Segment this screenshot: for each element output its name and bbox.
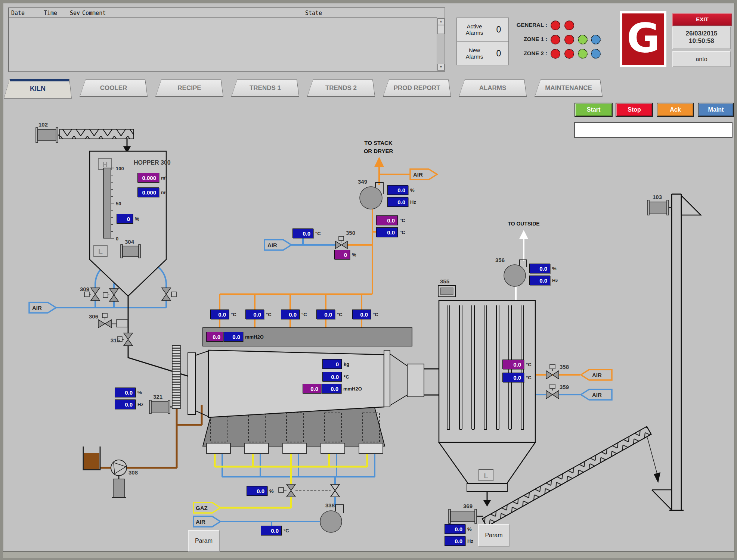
general-light-2-icon [564,21,574,30]
kiln-temp-4: 0.0 °C [316,309,343,319]
kiln-temp-3: 0.0 °C [281,309,307,319]
setpoint-display[interactable]: 0.000 [137,173,159,183]
active-alarms-value: 0 [489,25,508,35]
tab-trends-1[interactable]: TRENDS 1 [231,80,299,97]
air-text-stack: AIR [413,171,423,178]
zone1-light-4-icon [591,35,601,44]
zone1-label: ZONE 1 : [515,36,547,42]
fan-338[interactable] [320,505,344,532]
air-text-hopper: AIR [32,305,42,311]
screw-369-hz: 0.0 Hz [445,536,473,546]
zone1-light-2-icon [564,35,574,44]
fan-349[interactable] [360,183,383,209]
burner-air-temp: 0.0 °C [261,526,289,535]
general-light-1-icon [551,21,560,30]
valve-306[interactable] [98,313,128,328]
fan-349-hz: 0.0 Hz [387,197,416,207]
bucket-elevator [652,194,701,510]
vibrator-304[interactable] [121,245,140,258]
screw-conveyor-102[interactable] [36,128,134,143]
value-display: 0 [117,214,133,224]
gas-pipes [215,454,367,508]
exit-button[interactable]: EXIT [672,13,732,26]
col-time: Time [44,10,57,16]
setpoint-display[interactable]: 0.0 [206,332,223,342]
new-alarms-label: New Alarms [460,47,489,60]
air-text-358: AIR [592,372,602,378]
alarm-list-header: Date Time Sev Comment State [9,8,437,18]
baghouse-355 [438,286,535,492]
param-button-screw[interactable]: Param [478,524,510,547]
tab-cooler[interactable]: COOLER [80,80,148,97]
scroll-thumb[interactable] [437,25,445,34]
to-stack-line2: OR DRYER [364,148,393,154]
label-102: 102 [38,121,48,128]
hopper-title: HOPPER 300 [134,159,171,166]
stack-temp: 0.0 °C [376,227,405,237]
date-text: 26/03/2015 [673,30,730,37]
param-button-burner[interactable]: Param [188,530,220,552]
ack-button[interactable]: Ack [657,103,694,117]
setpoint-display[interactable]: 0 [334,250,350,259]
air-text-350: AIR [267,242,277,248]
time-text: 10:50:58 [673,37,730,45]
setpoint-display[interactable]: 0.0 [502,360,524,369]
label-304: 304 [125,239,134,245]
scroll-down-icon[interactable]: ▼ [437,64,445,71]
setpoint-display[interactable]: 0.0 [376,215,398,225]
gas-valve[interactable] [279,484,295,497]
label-338: 338 [325,502,335,508]
hood-draft: 0.0 0.0 mmH2O [206,332,264,342]
tab-recipe[interactable]: RECIPE [155,80,223,97]
valve-359[interactable] [546,384,559,399]
label-356: 356 [495,257,505,263]
fan-356-percent: 0.0 % [529,264,557,273]
zone2-light-3-icon [578,49,588,59]
stack-arrow-icon [374,157,384,167]
active-alarms-row: Active Alarms 0 [457,18,508,41]
valve-350[interactable] [335,236,347,249]
slurry-tank [83,447,100,470]
burner-air-valve[interactable] [331,484,340,497]
message-box[interactable] [574,122,733,138]
high-marker: H [102,161,108,168]
fan-356[interactable] [504,260,526,286]
valve-310[interactable] [103,289,118,301]
fan-356-hz: 0.0 Hz [529,276,558,285]
pump-308[interactable] [111,460,127,498]
logo-letter: G [627,18,660,58]
maint-button[interactable]: Maint [698,103,734,117]
zone2-light-4-icon [591,49,601,59]
tab-trends-2[interactable]: TRENDS 2 [307,80,375,97]
label-321: 321 [153,393,162,400]
valve-350-percent: 0 % [334,250,356,259]
kiln-temp-5: 0.0 °C [352,309,378,319]
label-355: 355 [440,278,449,284]
valve-311[interactable] [162,288,176,301]
label-308: 308 [128,469,138,476]
label-350: 350 [346,230,355,236]
kiln-draft: 0.0 0.0 mmH2O [303,384,362,393]
start-button[interactable]: Start [575,103,613,117]
tab-alarms[interactable]: ALARMS [459,80,527,97]
label-306: 306 [89,313,98,320]
tab-maintenance[interactable]: MAINTENANCE [535,80,603,97]
setpoint-display[interactable]: 0.0 [303,384,321,393]
kiln-drive-motor-321[interactable] [149,400,172,414]
scroll-up-icon[interactable]: ▲ [437,18,445,25]
elevator-motor-103[interactable] [647,200,672,215]
alarm-scrollbar[interactable]: ▲ ▼ [437,18,445,71]
col-state: State [305,10,322,16]
tab-kiln[interactable]: KILN [4,79,72,99]
zone2-light-2-icon [564,49,574,59]
elevator-feed-arrow-icon [647,438,660,483]
valve-358[interactable] [546,364,559,379]
gaz-text: GAZ [196,505,208,511]
hopper-level-percent: 0 % [117,214,139,224]
company-logo: G [620,11,666,67]
screw-conveyor-369[interactable] [449,509,483,523]
tab-prod-report[interactable]: PROD REPORT [383,80,451,97]
label-358: 358 [560,364,569,370]
stop-button[interactable]: Stop [616,103,653,117]
gauge-50: 50 [116,201,121,206]
